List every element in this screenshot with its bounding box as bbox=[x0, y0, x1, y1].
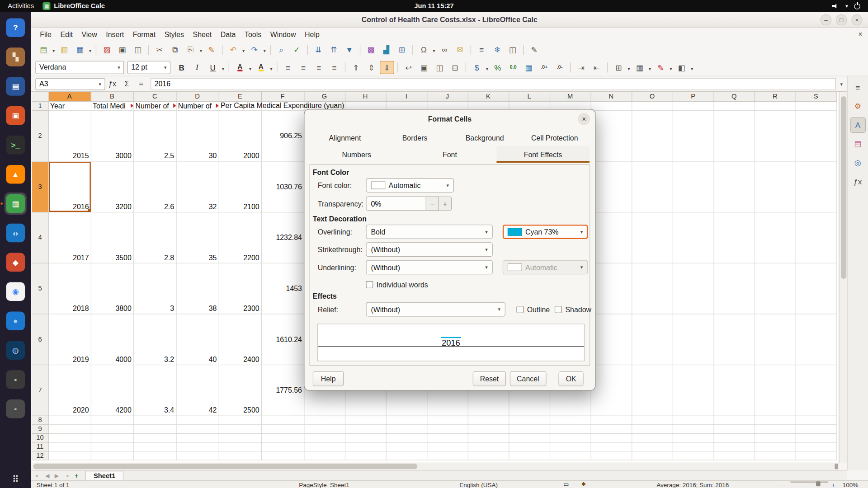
cell[interactable] bbox=[591, 451, 632, 460]
cell[interactable] bbox=[673, 161, 714, 212]
insert-image[interactable]: ▩ bbox=[363, 43, 378, 56]
cell[interactable] bbox=[713, 101, 755, 110]
column-header[interactable]: F bbox=[261, 92, 304, 101]
transparency-decrease-button[interactable]: − bbox=[426, 197, 439, 211]
cell-A4[interactable]: 2017 bbox=[48, 212, 91, 263]
cell[interactable] bbox=[176, 433, 218, 442]
row-header[interactable]: 7 bbox=[32, 365, 48, 416]
cell[interactable] bbox=[591, 212, 632, 263]
cell[interactable] bbox=[219, 416, 261, 425]
vscode[interactable]: ‹› bbox=[5, 222, 27, 244]
vlc[interactable]: ▲ bbox=[5, 163, 27, 185]
justified[interactable]: ≡ bbox=[327, 61, 342, 74]
open-file[interactable]: ▥ bbox=[57, 43, 71, 56]
sidebar-settings[interactable]: ≡ bbox=[850, 80, 865, 95]
activities-button[interactable]: Activities bbox=[8, 2, 34, 10]
cell[interactable] bbox=[713, 314, 755, 365]
split-handle[interactable] bbox=[835, 464, 838, 469]
cell[interactable] bbox=[796, 365, 837, 416]
print-preview[interactable]: ◫ bbox=[131, 43, 145, 56]
align-bottom[interactable]: ⇓ bbox=[380, 61, 394, 74]
ok-button[interactable]: OK bbox=[559, 371, 584, 386]
cell-E2[interactable]: 2000 bbox=[219, 110, 261, 161]
separator[interactable] bbox=[568, 61, 573, 74]
column-header[interactable]: O bbox=[632, 92, 673, 101]
export-as-pdf[interactable]: ▨ bbox=[99, 43, 114, 56]
help-button[interactable]: Help bbox=[313, 371, 344, 386]
name-box[interactable]: A3 ▾ bbox=[35, 78, 105, 90]
cell-E3[interactable]: 2100 bbox=[219, 161, 261, 212]
language-status[interactable]: English (USA) bbox=[459, 481, 498, 488]
borders[interactable]: ⊞ bbox=[611, 61, 631, 74]
app-amber[interactable]: ▚ bbox=[5, 46, 27, 68]
cell[interactable] bbox=[219, 451, 261, 460]
cell-B4[interactable]: 3500 bbox=[91, 212, 133, 263]
row-header[interactable]: 12 bbox=[32, 451, 48, 460]
cell[interactable] bbox=[304, 442, 345, 451]
cell[interactable] bbox=[673, 110, 714, 161]
zoom-out-button[interactable]: − bbox=[782, 481, 785, 488]
cell-F3[interactable]: 1030.76 bbox=[261, 161, 304, 212]
cell[interactable] bbox=[673, 451, 714, 460]
align-right[interactable]: ≡ bbox=[311, 61, 326, 74]
insert-hyperlink[interactable]: ∞ bbox=[437, 43, 452, 56]
column-header[interactable]: Q bbox=[713, 92, 755, 101]
menu-item[interactable]: Styles bbox=[160, 28, 189, 40]
wrap-text[interactable]: ↩ bbox=[401, 61, 416, 74]
cell[interactable] bbox=[509, 416, 550, 425]
cell-D6[interactable]: 40 bbox=[176, 314, 218, 365]
row-header[interactable]: 6 bbox=[32, 314, 48, 365]
page-style[interactable]: PageStyle_Sheet1 bbox=[299, 481, 349, 488]
conditional-formatting[interactable]: ◧ bbox=[674, 61, 694, 74]
cell-B1[interactable]: Total Medi bbox=[91, 101, 133, 110]
row-header[interactable]: 4 bbox=[32, 212, 48, 263]
help[interactable]: ? bbox=[5, 17, 27, 39]
copy[interactable]: ⧉ bbox=[168, 43, 182, 56]
row-header[interactable]: 11 bbox=[32, 442, 48, 451]
cell-B6[interactable]: 4000 bbox=[91, 314, 133, 365]
selection-mode-icon[interactable]: ▭ bbox=[564, 481, 569, 487]
cell[interactable] bbox=[133, 424, 176, 433]
underline[interactable]: U bbox=[205, 61, 225, 74]
font-color[interactable]: A bbox=[232, 61, 252, 74]
cell[interactable] bbox=[509, 433, 550, 442]
dialog-tab[interactable]: Numbers bbox=[310, 146, 403, 163]
cell[interactable] bbox=[755, 161, 796, 212]
cell[interactable] bbox=[48, 433, 91, 442]
cell-D7[interactable]: 42 bbox=[176, 365, 218, 416]
cell-A7[interactable]: 2020 bbox=[48, 365, 91, 416]
cell[interactable] bbox=[468, 451, 509, 460]
cell[interactable] bbox=[591, 365, 632, 416]
function-wizard-button[interactable]: ƒx bbox=[105, 78, 120, 90]
insert-chart[interactable]: ▟ bbox=[379, 43, 394, 56]
menu-item[interactable]: Sheet bbox=[189, 28, 216, 40]
cell[interactable] bbox=[345, 442, 386, 451]
cell-C1[interactable]: Number of bbox=[133, 101, 176, 110]
strikethrough-dropdown[interactable]: (Without) ▾ bbox=[366, 242, 492, 257]
split-window[interactable]: ◫ bbox=[505, 43, 520, 56]
cell[interactable] bbox=[796, 424, 837, 433]
format-as-percent[interactable]: % bbox=[491, 61, 505, 74]
cell[interactable] bbox=[509, 442, 550, 451]
undo[interactable]: ↶ bbox=[226, 43, 246, 56]
cell[interactable] bbox=[176, 442, 218, 451]
relief-dropdown[interactable]: (Without) ▾ bbox=[366, 302, 505, 317]
cell[interactable] bbox=[133, 416, 176, 425]
cell[interactable] bbox=[427, 442, 468, 451]
row-header[interactable]: 5 bbox=[32, 263, 48, 314]
cell-A5[interactable]: 2018 bbox=[48, 263, 91, 314]
insert-special-characters[interactable]: Ω bbox=[416, 43, 436, 56]
cell[interactable] bbox=[91, 424, 133, 433]
cell[interactable] bbox=[304, 416, 345, 425]
cell[interactable] bbox=[509, 424, 550, 433]
terminal[interactable]: >_ bbox=[5, 134, 27, 156]
menu-item[interactable]: View bbox=[77, 28, 102, 40]
cell-D1[interactable]: Number of bbox=[176, 101, 218, 110]
dialog-tab[interactable]: Font bbox=[403, 146, 496, 163]
separator[interactable] bbox=[94, 43, 99, 56]
separator[interactable] bbox=[521, 43, 526, 56]
align-center[interactable]: ≡ bbox=[296, 61, 311, 74]
cell-A3-selected[interactable]: 2016 bbox=[48, 161, 91, 212]
dialog-close-button[interactable]: × bbox=[578, 113, 590, 125]
cell[interactable] bbox=[261, 442, 304, 451]
